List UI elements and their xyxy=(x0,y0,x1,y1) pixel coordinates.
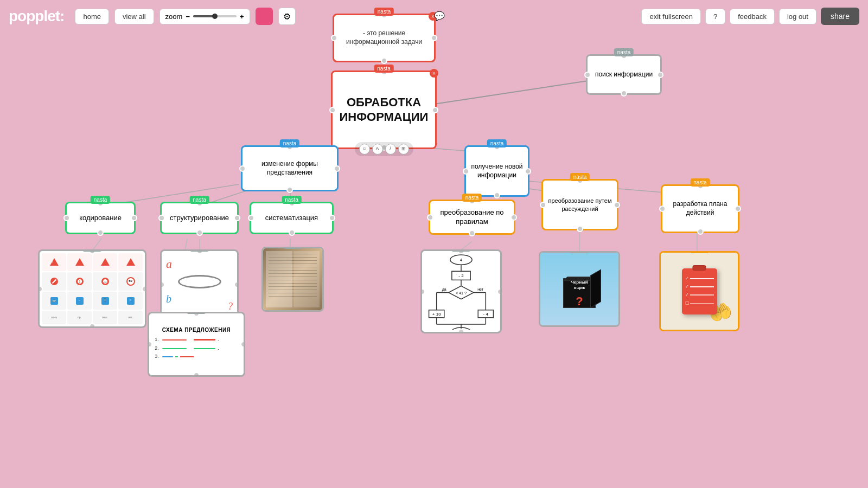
top-right-controls: exit fullscreen ? feedback log out share xyxy=(641,8,859,25)
svg-text:- 4: - 4 xyxy=(483,312,489,317)
book-node[interactable]: nasta xyxy=(261,247,324,312)
color-picker-button[interactable] xyxy=(256,8,273,25)
schema-content: СХЕМА ПРЕДЛОЖЕНИЯ 1. . 2. . 3. xyxy=(149,322,244,367)
transform-rules-label: nasta xyxy=(462,194,482,202)
checklist-node[interactable]: nasta 🤲 ✓ ✓ ✓ ☐ xyxy=(659,251,739,331)
transform-reasoning-label: nasta xyxy=(570,173,590,181)
feedback-button[interactable]: feedback xyxy=(730,9,775,24)
top-bar: popplet: home view all zoom − + ⚙ exit f… xyxy=(0,0,868,33)
svg-text:4: 4 xyxy=(460,258,463,262)
zoom-plus[interactable]: + xyxy=(240,12,244,21)
search-node[interactable]: nasta поиск информации xyxy=(586,54,662,95)
app-logo: popplet: xyxy=(9,8,64,25)
zoom-slider[interactable] xyxy=(193,15,237,17)
zoom-minus[interactable]: − xyxy=(186,12,190,21)
main-node-toolbar: ☺ A / ⊞ xyxy=(355,142,413,156)
settings-button[interactable]: ⚙ xyxy=(278,8,296,25)
svg-text:< 41 ?: < 41 ? xyxy=(456,291,467,295)
structuring-text: структурирование xyxy=(170,214,229,223)
logout-button[interactable]: log out xyxy=(779,9,816,24)
coding-node[interactable]: nasta кодирование xyxy=(65,202,136,234)
road-signs-grid: ! 🚶 🚲 50 🚌 → 🚶 P зона пр. пеш. авт. xyxy=(40,251,145,326)
systematization-label: nasta xyxy=(282,196,301,204)
new-info-label: nasta xyxy=(487,139,507,147)
structuring-label: nasta xyxy=(189,196,209,204)
blackbox-label: nasta xyxy=(570,251,589,253)
schema-node[interactable]: nasta СХЕМА ПРЕДЛОЖЕНИЯ 1. . 2. . 3. xyxy=(148,312,245,377)
svg-text:+ 10: + 10 xyxy=(432,312,441,317)
toolbar-emoji-icon[interactable]: ☺ xyxy=(359,144,370,155)
structuring-node[interactable]: nasta структурирование xyxy=(160,202,239,234)
flowchart-node[interactable]: nasta 4 - 2 < 41 ? да нет xyxy=(420,249,502,333)
help-button[interactable]: ? xyxy=(705,9,725,24)
schema-label: nasta xyxy=(187,312,206,314)
home-button[interactable]: home xyxy=(75,9,109,24)
coding-text: кодирование xyxy=(79,214,122,223)
new-info-node[interactable]: nasta получение новой информации xyxy=(464,145,529,197)
checklist-image: 🤲 ✓ ✓ ✓ ☐ xyxy=(661,253,738,330)
new-info-text: получение новой информации xyxy=(466,163,528,179)
systematization-text: систематизация xyxy=(265,214,318,223)
main-node[interactable]: nasta × ОБРАБОТКА ИНФОРМАЦИИ ☺ A / ⊞ xyxy=(331,70,437,149)
math-content: a b ? xyxy=(162,252,237,318)
flowchart-content: 4 - 2 < 41 ? да нет + 10 - 4 xyxy=(422,251,500,332)
coding-label: nasta xyxy=(91,196,110,204)
blackbox-node[interactable]: nasta Черный ящик ? xyxy=(539,251,620,327)
search-node-text: поиск информации xyxy=(595,70,653,79)
main-node-close[interactable]: × xyxy=(430,69,438,78)
flowchart-label: nasta xyxy=(451,249,471,252)
transform-reasoning-text: преобразование путем рассуждений xyxy=(543,197,617,213)
main-node-text: ОБРАБОТКА ИНФОРМАЦИИ xyxy=(333,91,435,129)
transform-reasoning-node[interactable]: nasta преобразование путем рассуждений xyxy=(541,179,618,230)
share-button[interactable]: share xyxy=(821,8,859,25)
math-label: nasta xyxy=(189,249,209,252)
book-label: nasta xyxy=(283,247,302,249)
systematization-node[interactable]: nasta систематизация xyxy=(250,202,334,234)
toolbar-draw-icon[interactable]: / xyxy=(385,144,396,155)
book-image xyxy=(263,248,322,310)
svg-line-1 xyxy=(434,79,602,104)
toolbar-text-icon[interactable]: A xyxy=(372,144,383,155)
toolbar-grid-icon[interactable]: ⊞ xyxy=(398,144,409,155)
main-node-label: nasta xyxy=(374,65,393,73)
plan-develop-node[interactable]: nasta разработка плана действий xyxy=(661,184,739,233)
search-node-label: nasta xyxy=(614,48,634,56)
exit-fullscreen-button[interactable]: exit fullscreen xyxy=(641,9,700,24)
blackbox-image: Черный ящик ? xyxy=(540,253,618,325)
plan-develop-text: разработка плана действий xyxy=(662,200,738,217)
svg-text:да: да xyxy=(442,287,446,292)
form-change-node[interactable]: nasta изменение формы представления xyxy=(241,145,339,191)
svg-text:нет: нет xyxy=(477,287,484,291)
plan-develop-label: nasta xyxy=(690,178,710,187)
transform-rules-text: преобразование по правилам xyxy=(430,208,514,227)
svg-text:- 2: - 2 xyxy=(458,273,464,278)
zoom-label: zoom xyxy=(165,12,183,21)
road-signs-node[interactable]: nasta ! 🚶 🚲 50 🚌 → 🚶 P зона пр. пеш. авт… xyxy=(38,249,146,328)
checklist-label: nasta xyxy=(690,251,709,253)
math-node[interactable]: nasta a b ? xyxy=(160,249,239,320)
zoom-control: zoom − + xyxy=(159,9,250,24)
transform-rules-node[interactable]: nasta преобразование по правилам xyxy=(429,200,515,235)
form-change-text: изменение формы представления xyxy=(242,160,337,177)
form-change-label: nasta xyxy=(280,139,299,147)
view-all-button[interactable]: view all xyxy=(114,9,154,24)
road-signs-label: nasta xyxy=(82,249,102,252)
